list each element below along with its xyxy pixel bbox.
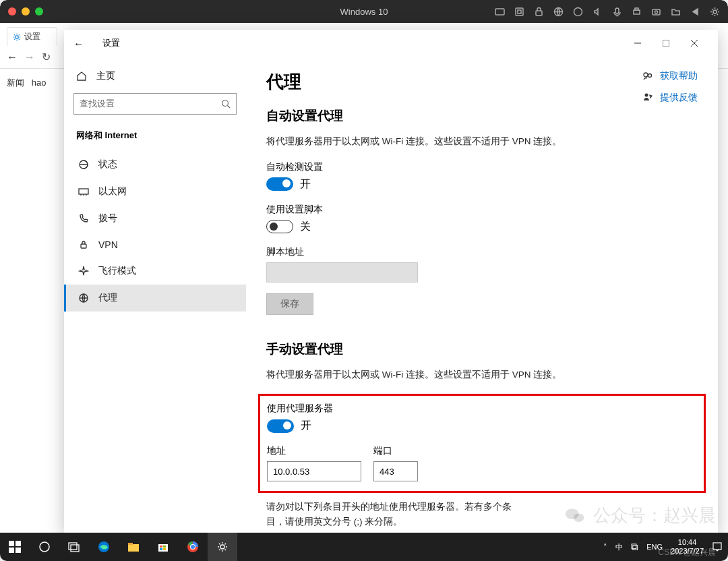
settings-sidebar: 主页 查找设置 网络和 Internet 状态 以太网 拨号 (64, 57, 246, 533)
proxy-port-input[interactable] (373, 461, 418, 481)
sidebar-item-status[interactable]: 状态 (64, 151, 246, 178)
sidebar-home[interactable]: 主页 (64, 63, 246, 89)
hao-link[interactable]: hao (32, 78, 47, 88)
start-button[interactable] (0, 533, 30, 561)
browser-page-links: 新闻 hao (0, 69, 64, 97)
minimize-button[interactable] (624, 32, 652, 54)
home-icon (76, 71, 87, 82)
vpn-icon (78, 239, 89, 250)
forward-button: → (24, 51, 35, 63)
manual-desc: 将代理服务器用于以太网或 Wi-Fi 连接。这些设置不适用于 VPN 连接。 (266, 367, 698, 382)
highlight-box: 使用代理服务器 开 地址 端口 (258, 394, 706, 493)
sidebar-item-label: 拨号 (98, 212, 117, 225)
back-arrow[interactable]: ← (73, 38, 84, 49)
browser-tab[interactable]: 设置 (7, 27, 57, 46)
ethernet-icon (78, 186, 89, 197)
exclude-desc: 请勿对以下列条目开头的地址使用代理服务器。若有多个条目，请使用英文分号 (;) … (266, 500, 516, 529)
help-label: 获取帮助 (660, 70, 698, 82)
svg-rect-30 (9, 548, 14, 553)
port-label: 端口 (373, 445, 418, 457)
svg-point-46 (191, 545, 195, 549)
svg-rect-40 (163, 545, 166, 548)
sidebar-item-label: 状态 (98, 158, 117, 171)
use-proxy-toggle[interactable] (267, 419, 294, 433)
auto-detect-label: 自动检测设置 (266, 161, 698, 173)
proxy-address-input[interactable] (267, 461, 361, 481)
page-title: 代理 (266, 70, 698, 94)
search-input[interactable]: 查找设置 (73, 93, 237, 115)
help-icon (642, 71, 653, 82)
svg-rect-33 (69, 543, 77, 550)
sidebar-item-ethernet[interactable]: 以太网 (64, 178, 246, 205)
taskview-button[interactable] (59, 533, 89, 561)
maximize-button[interactable] (652, 32, 680, 54)
sidebar-item-label: VPN (98, 239, 118, 250)
use-proxy-label: 使用代理服务器 (267, 403, 697, 415)
svg-rect-41 (160, 548, 162, 550)
help-link[interactable]: 获取帮助 (642, 70, 698, 82)
sidebar-item-proxy[interactable]: 代理 (64, 285, 246, 312)
settings-header: ← 设置 (64, 30, 718, 57)
search-placeholder: 查找设置 (80, 98, 115, 110)
feedback-label: 提供反馈 (660, 92, 698, 104)
auto-save-button: 保存 (266, 293, 313, 315)
svg-rect-21 (81, 244, 86, 248)
airplane-icon (78, 266, 89, 276)
wechat-icon (564, 504, 586, 527)
svg-rect-38 (158, 544, 168, 552)
tray-chevron-icon[interactable]: ˄ (603, 543, 607, 552)
feedback-link[interactable]: 提供反馈 (642, 92, 698, 104)
svg-point-25 (645, 94, 648, 97)
edge-button[interactable] (89, 533, 119, 561)
svg-rect-39 (160, 545, 162, 548)
watermark-csdn: CSDN @赵兴晨 (658, 547, 716, 558)
taskbar: ˄ 中 ⧉ ENG 10:44 2023/7/27 (0, 533, 728, 561)
settings-taskbar-button[interactable] (208, 533, 237, 561)
script-label: 使用设置脚本 (266, 204, 698, 216)
sidebar-item-vpn[interactable]: VPN (64, 232, 246, 258)
svg-rect-36 (128, 544, 139, 552)
settings-title: 设置 (102, 37, 120, 49)
auto-detect-state: 开 (300, 177, 311, 191)
reload-button[interactable]: ↻ (42, 51, 51, 63)
svg-rect-20 (79, 189, 88, 194)
browser-tab-label: 设置 (24, 31, 40, 42)
script-toggle[interactable] (266, 220, 293, 233)
ime-chinese[interactable]: 中 (615, 542, 623, 552)
feedback-icon (642, 92, 653, 103)
addr-label: 地址 (267, 445, 361, 457)
cortana-button[interactable] (30, 533, 59, 561)
back-button[interactable]: ← (7, 51, 18, 63)
watermark-wechat: 公众号：赵兴晨 (564, 504, 716, 527)
svg-rect-29 (16, 541, 21, 546)
sidebar-item-dialup[interactable]: 拨号 (64, 205, 246, 232)
svg-point-24 (648, 74, 652, 78)
settings-main: 获取帮助 提供反馈 代理 自动设置代理 将代理服务器用于以太网或 Wi-Fi 连… (246, 57, 718, 533)
sidebar-category: 网络和 Internet (64, 127, 246, 151)
auto-desc: 将代理服务器用于以太网或 Wi-Fi 连接。这些设置不适用于 VPN 连接。 (266, 134, 698, 149)
sidebar-item-label: 以太网 (98, 185, 127, 198)
svg-point-47 (220, 545, 224, 549)
svg-point-17 (222, 100, 229, 107)
store-button[interactable] (148, 533, 178, 561)
auto-detect-toggle[interactable] (266, 177, 293, 191)
ime-squares-icon[interactable]: ⧉ (631, 541, 638, 553)
close-button[interactable] (680, 32, 708, 54)
settings-window: ← 设置 主页 查找设置 网络和 Internet (64, 30, 718, 533)
script-addr-label: 脚本地址 (266, 246, 698, 258)
sidebar-item-airplane[interactable]: 飞行模式 (64, 258, 246, 285)
news-link[interactable]: 新闻 (7, 78, 24, 88)
svg-rect-34 (71, 545, 79, 552)
svg-rect-28 (9, 541, 14, 546)
chrome-button[interactable] (178, 533, 208, 561)
gear-icon (13, 33, 21, 41)
manual-heading: 手动设置代理 (266, 341, 698, 358)
explorer-button[interactable] (119, 533, 148, 561)
svg-rect-14 (663, 40, 669, 47)
sidebar-item-label: 代理 (98, 292, 117, 304)
svg-rect-42 (163, 548, 166, 550)
script-addr-input (266, 262, 418, 283)
script-state: 关 (300, 220, 311, 234)
svg-point-27 (574, 513, 584, 522)
search-icon (221, 99, 231, 109)
